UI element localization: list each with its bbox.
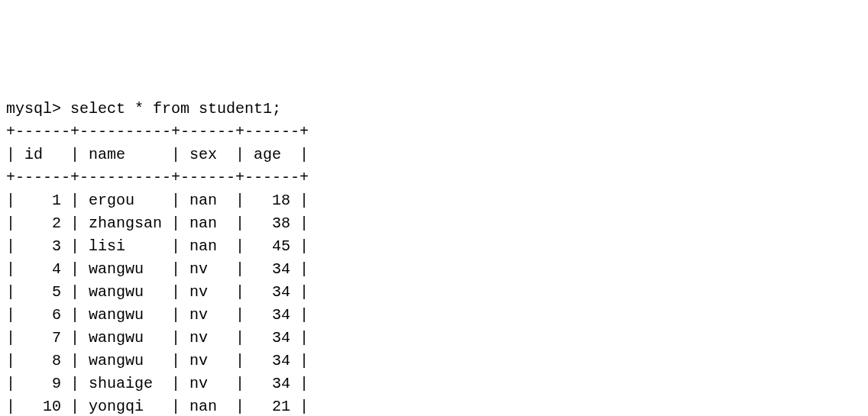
sql-query: select * from student1; — [70, 100, 281, 118]
table-row: | 7 | wangwu | nv | 34 | — [6, 329, 309, 347]
table-row: | 8 | wangwu | nv | 34 | — [6, 352, 309, 369]
table-row: | 1 | ergou | nan | 18 | — [6, 192, 309, 209]
table-row: | 10 | yongqi | nan | 21 | — [6, 398, 309, 415]
table-row: | 3 | lisi | nan | 45 | — [6, 237, 309, 255]
table-row: | 2 | zhangsan | nan | 38 | — [6, 214, 309, 232]
table-border-mid: +------+----------+------+------+ — [6, 169, 309, 186]
mysql-prompt: mysql> — [6, 100, 70, 118]
table-border-top: +------+----------+------+------+ — [6, 123, 309, 140]
terminal-output: mysql> select * from student1; +------+-… — [6, 98, 862, 416]
table-row: | 6 | wangwu | nv | 34 | — [6, 306, 309, 324]
table-row: | 5 | wangwu | nv | 34 | — [6, 283, 309, 301]
table-row: | 9 | shuaige | nv | 34 | — [6, 375, 309, 392]
table-header-row: | id | name | sex | age | — [6, 146, 309, 163]
table-row: | 4 | wangwu | nv | 34 | — [6, 260, 309, 278]
